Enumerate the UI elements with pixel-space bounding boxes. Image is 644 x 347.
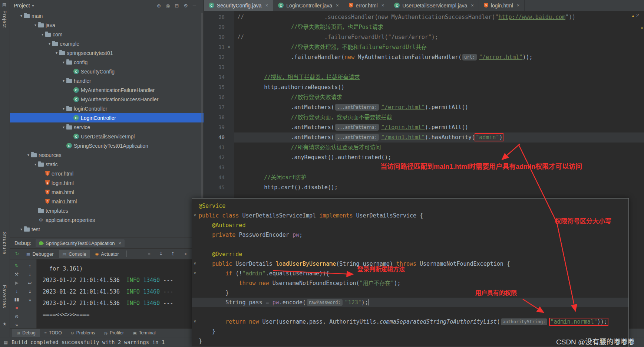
rerun-icon[interactable]: ↻ (13, 251, 21, 258)
collapse-all-icon[interactable]: ⊟ (175, 3, 179, 9)
editor-tab-error-html[interactable]: 5error.html× (344, 0, 390, 11)
tree-item-config[interactable]: ▾config (10, 58, 204, 67)
chevron-down-icon[interactable]: ▾ (61, 125, 66, 129)
tree-item-main-html[interactable]: 5main.html (10, 187, 204, 197)
close-icon[interactable]: × (336, 3, 339, 8)
fold-arrow-icon[interactable]: ∨ (194, 319, 196, 323)
tree-item-java[interactable]: ▾java (10, 20, 204, 30)
chevron-down-icon[interactable]: ▾ (47, 42, 52, 46)
chevron-down-icon[interactable]: ▾ (32, 4, 34, 8)
tree-item-securityconfig[interactable]: CSecurityConfig (10, 67, 204, 76)
tree-item-application-properties[interactable]: ⚙application.properties (10, 215, 204, 225)
warning-stripe-mark[interactable] (641, 27, 643, 29)
hide-icon[interactable]: ─ (193, 3, 196, 9)
debug-session-tab[interactable]: SpringSecurityTest01Application × (36, 239, 125, 247)
tree-item-login-html[interactable]: 5login.html (10, 178, 204, 187)
event-log-icon[interactable]: ▤ (4, 340, 8, 345)
code-segment (237, 24, 291, 30)
tool-window-stripe-structure[interactable]: Structure (2, 232, 7, 255)
tree-item-main1-html[interactable]: 5main1.html (10, 197, 204, 206)
tree-item-templates[interactable]: templates (10, 206, 204, 215)
tree-item-service[interactable]: ▾service (10, 122, 204, 132)
soft-wrap-icon[interactable]: ↩ (26, 279, 34, 287)
editor-tab-login-html[interactable]: 5login.html× (479, 0, 525, 11)
tree-item-resources[interactable]: ▾resources (10, 150, 204, 160)
up-icon[interactable]: ↑ (26, 262, 34, 269)
scroll-to-end-icon[interactable]: ↧ (26, 288, 34, 295)
fold-arrow-icon[interactable]: ∨ (194, 271, 196, 275)
more-icon[interactable]: » (26, 297, 34, 304)
scroll-to-end-icon[interactable]: ↧ (157, 251, 165, 258)
wrench-icon[interactable]: ⚒ (13, 271, 21, 278)
tab-label: login.html (491, 3, 513, 9)
chevron-down-icon[interactable]: ▾ (19, 14, 24, 18)
next-frame-icon[interactable]: ⇥ (181, 251, 189, 258)
down-icon[interactable]: ↓ (26, 271, 34, 278)
overlay-code-area[interactable]: @Servicepublic class UserDetailsServiceI… (199, 201, 628, 346)
fold-arrow-icon[interactable]: ∧ (228, 45, 230, 49)
toolwindow-button-todo[interactable]: ≡TODO (40, 329, 66, 337)
settings-icon[interactable]: ⚙ (184, 3, 188, 9)
close-icon[interactable]: × (265, 3, 268, 8)
tree-item-userdetailsserviceimpl[interactable]: CUserDetailsServiceImpl (10, 132, 204, 141)
code-line: //登录失败处理器，不能和failureForwardUrl共存 (237, 42, 644, 52)
code-area[interactable]: // .successHandler(new MyAuthenticationS… (237, 12, 644, 193)
editor-tab-userdetailsserviceimpl-java[interactable]: CUserDetailsServiceImpl.java× (389, 0, 479, 11)
close-icon[interactable]: × (517, 3, 520, 8)
chevron-down-icon[interactable]: ▾ (33, 162, 38, 166)
menu-icon[interactable]: ▤ (2, 2, 6, 7)
more-icon[interactable]: » (13, 321, 21, 328)
scope-icon[interactable]: ⊕ (157, 3, 161, 9)
chevron-down-icon[interactable]: ▾ (61, 107, 66, 111)
fold-arrow-icon[interactable]: ∨ (194, 213, 196, 217)
tree-item-logincontroller[interactable]: CLoginController (10, 113, 204, 122)
mute-breakpoints-icon[interactable]: ⊘ (13, 313, 21, 320)
tree-item-error-html[interactable]: 5error.html (10, 169, 204, 178)
restore-layout-icon[interactable]: ≡ (145, 251, 153, 258)
resume-icon[interactable]: ▶ (13, 279, 21, 287)
console-output[interactable]: for 3.161)2023-01-22 21:01:41.536 INFO 1… (37, 259, 204, 328)
chevron-down-icon[interactable]: ▾ (61, 79, 66, 83)
rerun-icon[interactable]: ↻ (13, 262, 21, 269)
tree-item-springsecuritytest01[interactable]: ▾springsecuritytest01 (10, 48, 204, 58)
project-panel-title[interactable]: Project (14, 3, 30, 9)
step-down-icon[interactable]: ↓ (13, 288, 21, 295)
editor-tab-logincontroller-java[interactable]: CLoginController.java× (273, 0, 344, 11)
previous-frame-icon[interactable]: ↥ (169, 251, 177, 258)
toolwindow-button-problems[interactable]: ⊙Problems (66, 329, 99, 337)
tree-item-main[interactable]: ▾main (10, 11, 204, 20)
close-icon[interactable]: × (471, 3, 474, 8)
debug-tab-console[interactable]: ▤Console (59, 250, 90, 258)
tool-window-stripe-favorites[interactable]: Favorites (2, 285, 7, 308)
toolwindow-button-profiler[interactable]: ◷Profiler (99, 329, 128, 337)
chevron-down-icon[interactable]: ▾ (54, 51, 59, 55)
chevron-down-icon[interactable]: ▾ (19, 227, 24, 231)
pause-icon[interactable]: ▮▮ (13, 296, 21, 303)
tree-item-handler[interactable]: ▾handler (10, 76, 204, 85)
chevron-down-icon[interactable]: ▾ (61, 60, 66, 64)
tree-item-myauthenticationfailurehandler[interactable]: CMyAuthenticationFailureHandler (10, 85, 204, 95)
tree-item-com[interactable]: ▾com (10, 30, 204, 39)
debug-tab-actuator[interactable]: ◉Actuator (92, 250, 123, 258)
tree-item-logincontroller[interactable]: ▾loginController (10, 104, 204, 113)
debug-tab-debugger[interactable]: ▦Debugger (23, 250, 57, 258)
stop-icon[interactable]: ■ (13, 305, 21, 312)
toolwindow-button-terminal[interactable]: ▣Terminal (128, 329, 160, 337)
close-icon[interactable]: × (119, 240, 122, 246)
inspections-widget[interactable]: ▲ 2 (631, 13, 639, 18)
fold-arrow-icon[interactable]: ∨ (194, 261, 196, 265)
chevron-down-icon[interactable]: ▾ (40, 32, 45, 36)
editor-tab-securityconfig-java[interactable]: CSecurityConfig.java× (204, 0, 273, 11)
tool-window-stripe-project[interactable]: Project (2, 10, 7, 28)
tree-item-springsecuritytest01application[interactable]: CSpringSecurityTest01Application (10, 141, 204, 150)
tree-item-test[interactable]: ▾test (10, 225, 204, 234)
locate-icon[interactable]: ◎ (166, 3, 170, 9)
chevron-down-icon[interactable]: ▾ (26, 153, 31, 157)
favorites-star-icon[interactable]: ★ (3, 321, 7, 327)
toolwindow-button-debug[interactable]: ⊞Debug (12, 329, 40, 337)
tree-item-example[interactable]: ▾example (10, 39, 204, 48)
close-icon[interactable]: × (382, 3, 384, 8)
tree-item-myauthenticationsuccesshandler[interactable]: CMyAuthenticationSuccessHandler (10, 95, 204, 104)
tree-item-static[interactable]: ▾static (10, 160, 204, 169)
chevron-down-icon[interactable]: ▾ (33, 23, 38, 27)
